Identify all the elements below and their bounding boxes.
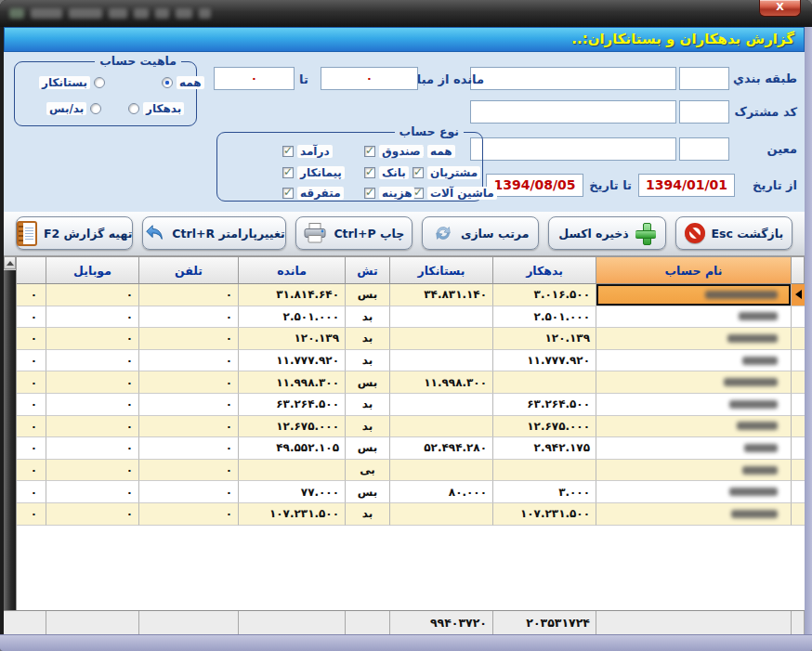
phone-cell: ۰: [139, 437, 239, 460]
classification-input[interactable]: [470, 67, 676, 90]
blurred-menu-item[interactable]: [176, 8, 192, 19]
radio-debtor[interactable]: بدهکار: [128, 100, 184, 117]
radio-label: همه: [177, 76, 204, 89]
classification-code-input[interactable]: [679, 67, 729, 90]
account-name-cell: [596, 460, 792, 482]
table-row[interactable]: ۰ ۰ ۰ ۱۱.۷۷۷.۹۲۰ بد ۱۱.۷۷۷.۹۲۰: [17, 350, 805, 372]
moein-input[interactable]: [470, 137, 676, 161]
shared-code-code-input[interactable]: [679, 100, 729, 124]
blurred-menu-item[interactable]: [155, 8, 169, 19]
checkbox-cash[interactable]: صندوق: [364, 143, 424, 160]
plus-icon: [635, 223, 656, 243]
checkbox-icon: [364, 167, 375, 178]
radio-creditor[interactable]: بستانکار: [39, 74, 105, 91]
radio-deb-cred[interactable]: بد/بس: [46, 100, 101, 117]
header-debtor[interactable]: بدهکار: [493, 256, 596, 284]
button-label: بازگشت Esc: [712, 227, 784, 241]
checkbox-machinery[interactable]: ماشین آلات: [413, 185, 497, 202]
mobile-cell: ۰: [46, 460, 139, 482]
checkbox-label: متفرقه: [297, 187, 344, 200]
table-row[interactable]: ۰ ۰ ۰ ۱۲.۶۷۵.۰۰۰ بد ۱۲.۶۷۵.۰۰۰: [17, 416, 805, 438]
phone-cell: ۰: [139, 481, 239, 503]
title-bar: X: [0, 0, 812, 27]
mobile-cell: ۰: [46, 306, 139, 329]
balance-cell: ۱۱.۹۹۸.۳۰۰: [239, 371, 346, 394]
phone-cell: ۰: [139, 460, 239, 482]
date-from-input[interactable]: 1394/01/01: [638, 174, 735, 197]
table-row[interactable]: ۰ ۰ ۰ ۳۱.۸۱۴.۶۴۰ بس ۳۴.۸۳۱.۱۴۰ ۳.۰۱۶.۵۰۰: [17, 284, 805, 306]
header-mobile[interactable]: موبایل: [46, 256, 139, 284]
header-creditor[interactable]: بستانکار: [390, 256, 493, 284]
back-button[interactable]: بازگشت Esc: [675, 216, 792, 250]
total-blank: [17, 611, 46, 634]
blurred-menu-item[interactable]: [134, 8, 149, 19]
checkbox-icon: [282, 188, 294, 199]
shared-code-input[interactable]: [470, 100, 676, 124]
table-row[interactable]: ۰ ۰ ۰ ۷۷.۰۰۰ بس ۸۰.۰۰۰ ۳.۰۰۰: [17, 481, 805, 503]
table-row[interactable]: ۰ ۰ ۰ ۱۰۷.۲۳۱.۵۰۰ بد ۱۰۷.۲۳۱.۵۰۰: [17, 503, 805, 526]
blurred-menu-item[interactable]: [109, 8, 127, 19]
change-parameter-button[interactable]: تغییرپارامتر Ctrl+R: [142, 216, 285, 250]
form-caption-bar: گزارش بدهکاران و بستانکاران:..: [4, 27, 805, 52]
total-selector: [792, 611, 805, 634]
account-name-cell: [596, 503, 792, 526]
table-row[interactable]: ۰ ۰ ۰ ۱۲۰.۱۳۹ بد ۱۲۰.۱۳۹: [17, 328, 805, 350]
close-button[interactable]: X: [759, 0, 801, 17]
moein-code-input[interactable]: [679, 137, 729, 161]
phone-cell: ۰: [139, 284, 239, 306]
prepare-report-button[interactable]: تهیه گزارش F2: [16, 216, 133, 250]
extra-cell: ۰: [17, 328, 46, 350]
results-table: موبایل تلفن مانده تش بستانکار بدهکار نام…: [4, 256, 805, 634]
balance-from-input[interactable]: ۰: [321, 67, 418, 90]
balance-cell: ۷۷.۰۰۰: [239, 481, 346, 503]
date-from-label: از تاریخ: [753, 178, 797, 192]
status-cell: بس: [346, 284, 390, 306]
checkbox-label: صندوق: [379, 145, 424, 158]
notebook-icon: [17, 221, 37, 246]
table-row[interactable]: ۰ ۰ ۰ ۴۹.۵۵۲.۱۰۵ بس ۵۲.۴۹۴.۲۸۰ ۲.۹۴۲.۱۷۵: [17, 437, 805, 460]
moein-label: معین: [767, 142, 797, 156]
table-row[interactable]: ۰ ۰ ۰ ۶۳.۲۶۴.۵۰۰ بد ۶۳.۲۶۴.۵۰۰: [17, 394, 805, 416]
filter-panel: طبقه بندي کد مشترک معین از تاریخ 1394/01…: [4, 52, 805, 212]
date-to-input[interactable]: 1394/08/05: [486, 174, 583, 197]
blurred-menu-item[interactable]: [31, 8, 62, 19]
creditor-cell: [390, 394, 493, 416]
checkbox-expense[interactable]: هزینه: [364, 185, 414, 202]
blurred-account-name: [737, 422, 778, 430]
button-label: چاپ Ctrl+P: [334, 227, 404, 241]
mobile-cell: ۰: [46, 284, 139, 306]
debtor-cell: ۳.۰۰۰: [493, 481, 596, 503]
selected-row-arrow-icon: [795, 290, 802, 299]
sort-button[interactable]: مرتب سازی: [422, 216, 539, 250]
extra-cell: ۰: [17, 460, 46, 482]
account-name-cell: [596, 284, 792, 306]
blurred-menu-item[interactable]: [69, 8, 102, 19]
balance-to-input[interactable]: ۰: [214, 67, 295, 90]
blurred-menu-item[interactable]: [199, 8, 211, 19]
checkbox-customers[interactable]: مشتریان: [413, 164, 480, 181]
print-button[interactable]: چاپ Ctrl+P: [295, 216, 413, 250]
radio-all[interactable]: همه: [162, 74, 204, 91]
header-balance[interactable]: مانده: [239, 256, 346, 284]
mobile-cell: ۰: [46, 371, 139, 394]
mobile-cell: ۰: [46, 350, 139, 372]
page-title: گزارش بدهکاران و بستانکاران:..: [571, 31, 794, 47]
vertical-scrollbar[interactable]: [4, 256, 17, 634]
header-status[interactable]: تش: [346, 256, 390, 284]
scrollbar-thumb[interactable]: [4, 270, 16, 615]
status-cell: بد: [346, 350, 390, 372]
creditor-cell: [390, 460, 493, 482]
scroll-up-button[interactable]: [4, 256, 16, 269]
header-phone[interactable]: تلفن: [139, 256, 239, 284]
table-row[interactable]: ۰ ۰ ۰ ۱۱.۹۹۸.۳۰۰ بس ۱۱.۹۹۸.۳۰۰: [17, 371, 805, 394]
total-status: [346, 611, 390, 634]
table-row[interactable]: ۰ ۰ ۰ بی: [17, 460, 805, 482]
checkbox-misc[interactable]: متفرقه: [282, 185, 344, 202]
checkbox-income[interactable]: درآمد: [282, 143, 333, 160]
header-account-name[interactable]: نام حساب: [596, 256, 792, 284]
checkbox-contractor[interactable]: پیمانکار: [282, 164, 345, 181]
row-selector-cell: [792, 371, 805, 394]
checkbox-bank[interactable]: بانک: [364, 164, 409, 181]
table-row[interactable]: ۰ ۰ ۰ ۲.۵۰۱.۰۰۰ بد ۲.۵۰۱.۰۰۰: [17, 306, 805, 329]
save-excel-button[interactable]: ذخیره اکسل: [548, 216, 665, 250]
